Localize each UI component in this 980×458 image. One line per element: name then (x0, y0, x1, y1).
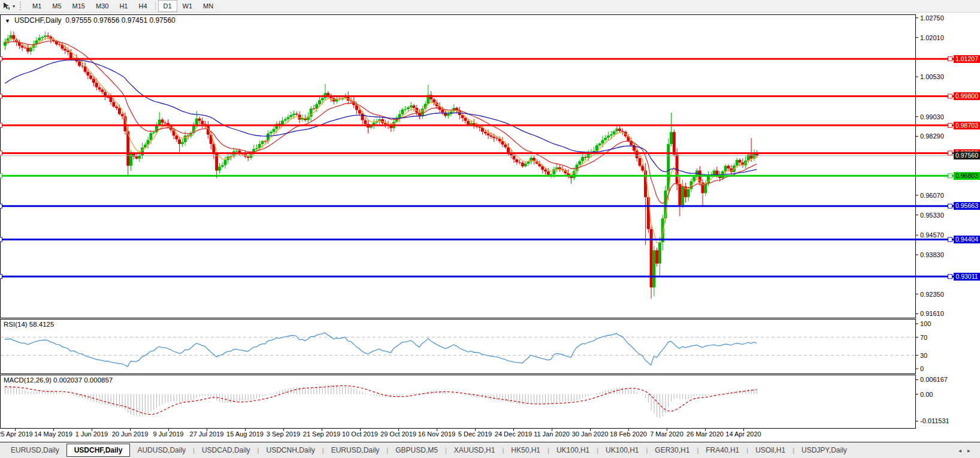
hline-right-handle (948, 123, 952, 128)
hline-right-handle (948, 151, 952, 155)
date-axis-label: 25 Apr 2019 (0, 430, 33, 438)
date-axis-label: 3 Sep 2019 (267, 430, 300, 438)
hline-left-handle (0, 57, 2, 61)
price-axis-label: 0.98290 (920, 132, 944, 140)
date-axis-label: 14 Apr 2020 (725, 430, 761, 438)
price-axis-label: 0.95330 (920, 212, 944, 219)
date-axis-label: 15 Aug 2019 (226, 430, 264, 438)
current-price-badge: 0.97560 (954, 152, 980, 159)
date-axis-label: 9 Jul 2019 (153, 430, 184, 438)
chart-title: ▼USDCHF,Daily 0.97555 0.97656 0.97451 0.… (5, 16, 176, 25)
macd-label: MACD(12,26,9) 0.002037 0.000857 (4, 376, 113, 384)
price-axis-label: 0.91610 (920, 310, 944, 317)
date-axis-label: 14 May 2019 (34, 430, 72, 438)
tab-gbpusd-m5[interactable]: GBPUSD,M5 (388, 445, 445, 456)
price-axis-label: 0.92350 (920, 291, 944, 298)
date-axis-label: 24 Dec 2019 (495, 430, 532, 438)
price-axis-label: 1.02010 (920, 34, 944, 41)
rsi-axis-label: 0 (920, 365, 924, 372)
tab-scroll-right-icon[interactable]: ▸ (967, 447, 976, 454)
rsi-axis-label: 100 (920, 320, 931, 327)
hline-right-handle (948, 204, 952, 208)
price-axis-label: 1.02750 (920, 14, 944, 22)
tab-eurusd-daily[interactable]: EURUSD,Daily (324, 445, 387, 456)
tab-scroll-arrows: ◂▸ (958, 447, 976, 454)
tab-hk50-h1[interactable]: HK50,H1 (504, 445, 548, 456)
hline-right-handle (948, 275, 952, 279)
macd-axis-label: 0.00 (920, 391, 933, 398)
hline-left-handle (0, 237, 2, 242)
date-axis-label: 18 Feb 2020 (610, 430, 647, 438)
date-axis-label: 1 Jun 2019 (75, 430, 108, 438)
tab-usdchf-daily[interactable]: USDCHF,Daily (66, 444, 131, 457)
macd-signal-value: 0.000857 (84, 376, 113, 384)
date-axis-label: 16 Nov 2019 (418, 430, 455, 438)
date-axis-label: 5 Dec 2019 (458, 430, 492, 438)
price-line-badge: 0.96803 (954, 172, 980, 180)
hline-right-handle (948, 174, 952, 178)
price-axis-label: 0.94570 (920, 231, 944, 239)
tab-usdcnh-daily[interactable]: USDCNH,Daily (259, 445, 322, 456)
date-axis-label: 21 Sep 2019 (303, 430, 340, 438)
macd-axis-label: 0.006167 (920, 376, 948, 383)
date-axis-label: 20 Jun 2019 (112, 430, 149, 438)
macd-main-value: 0.002037 (53, 376, 82, 384)
date-axis-label: 11 Jan 2020 (534, 430, 570, 438)
price-axis-label: 0.99030 (920, 113, 944, 120)
hline-left-handle (0, 204, 2, 208)
hline-left-handle (0, 275, 2, 279)
rsi-value: 58.4125 (29, 321, 55, 328)
price-axis-label: 1.00530 (920, 73, 944, 80)
rsi-axis-label: 30 (920, 352, 927, 359)
symbol-dropdown-icon[interactable]: ▼ (5, 18, 10, 24)
tab-fra40-h1[interactable]: FRA40,H1 (698, 445, 746, 456)
price-line-badge: 0.94404 (954, 236, 980, 243)
price-line-badge: 0.93011 (954, 273, 980, 281)
tab-uk100-h1[interactable]: UK100,H1 (549, 445, 597, 456)
date-axis-label: 27 Jul 2019 (190, 430, 224, 438)
hline-right-handle (948, 94, 952, 98)
hline-left-handle (0, 174, 2, 178)
chart-title-symbol: USDCHF,Daily (14, 16, 62, 25)
date-axis-label: 29 Oct 2019 (380, 430, 416, 438)
date-axis-label: 26 Mar 2020 (686, 430, 724, 438)
price-line-badge: 0.99800 (954, 92, 980, 100)
price-axis-label: 0.93830 (920, 251, 944, 258)
tab-audusd-daily[interactable]: AUDUSD,Daily (130, 445, 193, 456)
mt4-chart-window: ▾ M1M5M15M30H1H4D1W1MN ▼USDCHF,Daily 0.9… (0, 0, 980, 458)
chart-tab-bar: EURUSD,DailyUSDCHF,DailyAUDUSD,Daily|USD… (0, 442, 980, 458)
price-axis-label: 0.96070 (920, 192, 944, 199)
hline-left-handle (0, 151, 2, 155)
price-line-badge: 1.01207 (954, 55, 980, 63)
tab-ger30-h1[interactable]: GER30,H1 (648, 445, 697, 456)
hline-left-handle (0, 123, 2, 128)
date-axis-label: 7 Mar 2020 (650, 430, 683, 438)
tab-usdcad-daily[interactable]: USDCAD,Daily (195, 445, 258, 456)
macd-axis-label: -0.011531 (920, 417, 949, 424)
rsi-axis-label: 70 (920, 334, 927, 341)
chart-canvas[interactable] (0, 0, 980, 458)
tab-xauusd-h1[interactable]: XAUUSD,H1 (447, 445, 503, 456)
tab-usoil-h1[interactable]: USOil,H1 (748, 445, 793, 456)
tab-eurusd-daily[interactable]: EURUSD,Daily (4, 445, 66, 456)
tab-usdjpy-daily[interactable]: USDJPY,Daily (794, 445, 854, 456)
date-axis-label: 10 Oct 2019 (342, 430, 378, 438)
chart-title-quotes: 0.97555 0.97656 0.97451 0.97560 (65, 16, 176, 25)
hline-right-handle (948, 237, 952, 242)
date-axis-label: 30 Jan 2020 (572, 430, 609, 438)
price-line-badge: 0.98703 (954, 122, 980, 129)
rsi-label: RSI(14) 58.4125 (4, 321, 54, 328)
price-line-badge: 0.95663 (954, 202, 980, 210)
hline-left-handle (0, 94, 2, 98)
tab-uk100-h1[interactable]: UK100,H1 (598, 445, 646, 456)
hline-right-handle (948, 57, 952, 61)
tab-scroll-left-icon[interactable]: ◂ (958, 447, 967, 454)
